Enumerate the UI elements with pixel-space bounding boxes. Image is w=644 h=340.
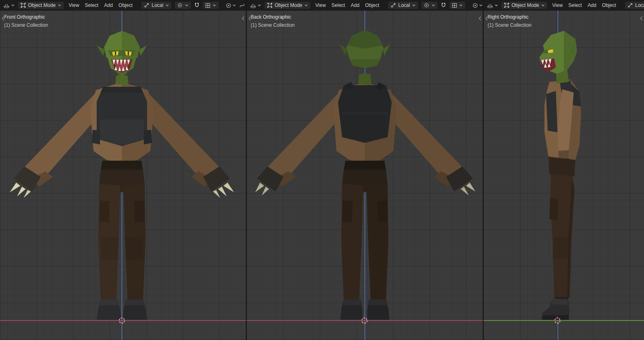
- orientation-label: Local: [152, 2, 163, 8]
- character-model-front[interactable]: [0, 11, 247, 340]
- proportional-editing-button[interactable]: [471, 2, 483, 9]
- snap-settings-icon: [452, 3, 457, 8]
- viewport-back-header: Object Mode View Select Add Object Local: [247, 0, 483, 11]
- mode-dropdown[interactable]: Object Mode: [264, 1, 311, 9]
- chevron-down-icon: [232, 4, 236, 6]
- character-model-right[interactable]: [484, 11, 644, 340]
- menu-add[interactable]: Add: [585, 1, 599, 9]
- view-label: Front Orthographic: [4, 14, 45, 20]
- chevron-down-icon: [304, 4, 308, 6]
- chevron-down-icon: [11, 4, 15, 6]
- object-mode-icon: [504, 2, 510, 8]
- chevron-down-icon: [258, 4, 261, 6]
- menubar: View Select Add Object: [549, 1, 619, 9]
- orientation-label: Local: [635, 2, 644, 8]
- sidebar-toggle-icon[interactable]: [241, 15, 245, 21]
- orientation-dropdown[interactable]: Local: [388, 1, 418, 9]
- menu-view[interactable]: View: [66, 1, 82, 9]
- proportional-editing-button[interactable]: [225, 2, 237, 9]
- collection-label: (1) Scene Collection: [488, 22, 531, 28]
- menubar: View Select Add Object: [312, 1, 382, 9]
- toolbar-toggle-icon[interactable]: [484, 15, 489, 21]
- chevron-down-icon: [58, 4, 61, 6]
- menubar: View Select Add Object: [66, 1, 135, 9]
- chevron-down-icon: [459, 4, 463, 6]
- editor-type-icon: [487, 3, 493, 8]
- viewport-right-header: Object Mode View Select Add Object Local: [484, 0, 644, 11]
- orientation-label: Local: [398, 2, 410, 8]
- chevron-down-icon: [541, 4, 545, 6]
- snap-settings-icon: [205, 3, 210, 8]
- proportional-editing-icon: [226, 3, 231, 8]
- sidebar-toggle-icon[interactable]: [477, 15, 482, 21]
- editor-type-button[interactable]: [2, 2, 16, 9]
- pivot-point-icon: [177, 2, 183, 8]
- chevron-down-icon: [412, 4, 416, 6]
- mode-label: Object Mode: [275, 2, 302, 8]
- pivot-point-icon: [424, 2, 429, 8]
- transform-orientation-icon: [144, 2, 150, 8]
- snap-settings-dropdown[interactable]: [449, 1, 466, 9]
- viewport-right: Object Mode View Select Add Object Local: [484, 0, 644, 340]
- chevron-down-icon: [432, 4, 435, 6]
- viewport-back: Object Mode View Select Add Object Local: [247, 0, 484, 340]
- editor-type-icon: [250, 3, 256, 8]
- menu-object[interactable]: Object: [116, 1, 136, 9]
- collection-label: (1) Scene Collection: [4, 22, 48, 28]
- viewport-front: Object Mode View Select Add Object Local: [0, 0, 247, 340]
- collection-label: (1) Scene Collection: [251, 22, 295, 28]
- sidebar-toggle-icon[interactable]: [639, 15, 644, 21]
- 3d-cursor: [360, 316, 369, 325]
- object-mode-icon: [267, 2, 273, 8]
- mode-label: Object Mode: [28, 2, 56, 8]
- menu-add[interactable]: Add: [348, 1, 362, 9]
- menu-select[interactable]: Select: [329, 1, 348, 9]
- menu-select[interactable]: Select: [566, 1, 585, 9]
- pivot-dropdown[interactable]: [421, 1, 438, 9]
- magnet-icon: [194, 2, 199, 8]
- viewport-front-header: Object Mode View Select Add Object Local: [0, 0, 246, 11]
- menu-object[interactable]: Object: [599, 1, 619, 9]
- proportional-editing-icon: [473, 3, 478, 8]
- orientation-dropdown[interactable]: Local: [141, 1, 172, 9]
- orientation-dropdown[interactable]: Local: [624, 1, 644, 9]
- 3d-cursor: [553, 316, 562, 325]
- menu-select[interactable]: Select: [82, 1, 101, 9]
- character-model-back[interactable]: [247, 11, 484, 340]
- editor-type-button[interactable]: [486, 2, 499, 9]
- viewport-back-canvas[interactable]: Back Orthographic (1) Scene Collection: [247, 11, 483, 340]
- snap-settings-dropdown[interactable]: [202, 1, 219, 9]
- 3d-cursor: [117, 316, 126, 325]
- menu-view[interactable]: View: [312, 1, 329, 9]
- chevron-down-icon: [494, 4, 498, 6]
- viewport-front-canvas[interactable]: Front Orthographic (1) Scene Collection: [0, 11, 246, 340]
- editor-type-icon: [3, 3, 10, 8]
- mode-label: Object Mode: [512, 2, 539, 8]
- transform-orientation-icon: [390, 2, 396, 8]
- magnet-icon: [441, 2, 446, 8]
- toolbar-toggle-icon[interactable]: [247, 15, 252, 21]
- falloff-button[interactable]: [238, 2, 246, 9]
- transform-orientation-icon: [627, 2, 633, 8]
- object-mode-icon: [20, 2, 26, 8]
- editor-type-button[interactable]: [249, 2, 262, 9]
- chevron-down-icon: [185, 4, 189, 6]
- mode-dropdown[interactable]: Object Mode: [17, 1, 64, 9]
- toolbar-toggle-icon[interactable]: [0, 15, 5, 21]
- blender-workspace: Object Mode View Select Add Object Local: [0, 0, 644, 340]
- pivot-dropdown[interactable]: [174, 1, 191, 9]
- mode-dropdown[interactable]: Object Mode: [501, 1, 548, 9]
- snap-toggle-button[interactable]: [440, 2, 447, 9]
- snap-toggle-button[interactable]: [193, 2, 201, 9]
- view-label: Back Orthographic: [251, 14, 291, 20]
- menu-view[interactable]: View: [549, 1, 566, 9]
- viewport-right-canvas[interactable]: Right Orthographic (1) Scene Collection: [484, 11, 644, 340]
- chevron-down-icon: [212, 4, 216, 6]
- menu-object[interactable]: Object: [362, 1, 382, 9]
- chevron-down-icon: [479, 4, 483, 6]
- falloff-curve-icon: [239, 3, 245, 8]
- view-label: Right Orthographic: [488, 14, 529, 20]
- chevron-down-icon: [165, 4, 169, 6]
- menu-add[interactable]: Add: [101, 1, 115, 9]
